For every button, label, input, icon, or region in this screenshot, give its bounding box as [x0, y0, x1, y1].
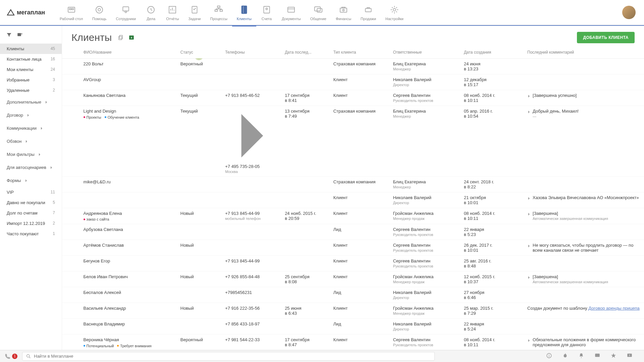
- table-row[interactable]: 220 Вольт Вероятный Страховая компания Б…: [62, 59, 644, 74]
- sidebar-group[interactable]: Коммуникации: [0, 122, 62, 135]
- sidebar-item[interactable]: Контактные лица16: [0, 54, 62, 64]
- nav-documents[interactable]: Документы: [277, 1, 306, 23]
- sidebar-label: Часто покупают: [7, 231, 39, 236]
- sidebar-item[interactable]: Давно не покупали5: [0, 197, 62, 208]
- table-row[interactable]: Каньянова Светлана Текущий +7 913 845-46…: [62, 90, 644, 106]
- filter-icon[interactable]: [6, 32, 12, 39]
- table-row[interactable]: Клиент Николаев ВалерийДиректор 21 октяб…: [62, 192, 644, 208]
- client-name: Вероника Чёрная: [84, 337, 175, 342]
- sidebar-item[interactable]: Долг по счетам7: [0, 208, 62, 218]
- bell-icon[interactable]: [578, 353, 584, 360]
- table-row[interactable]: Вероника ЧёрнаяПотенциальныйТребует вним…: [62, 335, 644, 350]
- nav-help[interactable]: Помощь: [88, 1, 111, 23]
- star-icon[interactable]: [610, 353, 616, 360]
- responsible-name: Гройсман Анжелика: [393, 306, 459, 311]
- sidebar-item[interactable]: Импорт 12.12.20192: [0, 218, 62, 229]
- nav-accounts[interactable]: Счета: [256, 1, 277, 23]
- processes-icon: [213, 4, 224, 15]
- sidebar-item[interactable]: VIP11: [0, 187, 62, 197]
- created-cell: 22 января в 5:24: [461, 319, 525, 335]
- table-row[interactable]: Артёмов Станислав Новый Клиент Сергеев В…: [62, 240, 644, 256]
- column-header[interactable]: Дата послед...: [282, 46, 331, 59]
- table-row[interactable]: Васнецов Владимир +7 856 433-18-97 Лид Н…: [62, 319, 644, 335]
- sidebar-group[interactable]: Для автосценариев: [0, 161, 62, 174]
- table-row[interactable]: mike@L&D.ru Страховая компания Блиц Екат…: [62, 176, 644, 192]
- phone-cell: [222, 74, 282, 90]
- phone-cell: [222, 176, 282, 192]
- excel-export-icon[interactable]: X: [128, 35, 135, 41]
- table-row[interactable]: Васильев Александр Новый +7 916 222-35-5…: [62, 303, 644, 319]
- sidebar-count: 7: [53, 210, 55, 216]
- nav-sales[interactable]: Продажи: [356, 1, 381, 23]
- table-row[interactable]: Арбузова Светлана Лид Сергеев ВалентинРу…: [62, 224, 644, 240]
- nav-label: Задачи: [189, 17, 201, 21]
- last-contact-cell: [282, 319, 331, 335]
- column-header[interactable]: ФИО/Название: [81, 46, 178, 59]
- last-contact-cell: [282, 287, 331, 303]
- sidebar-item[interactable]: Избранные3: [0, 75, 62, 85]
- reports-icon: [167, 4, 178, 15]
- table-row[interactable]: Бегунов Егор +7 913 845-44-99 Клиент Сер…: [62, 256, 644, 272]
- status-cell: Новый: [178, 240, 222, 256]
- table-row[interactable]: AVGroup Клиент Николаев ВалерийДиректор …: [62, 74, 644, 90]
- copy-icon[interactable]: [118, 35, 124, 41]
- nav-deals[interactable]: Дела: [141, 1, 161, 23]
- nav-label: Документы: [282, 17, 301, 21]
- client-name: Белов Иван Петрович: [84, 274, 175, 279]
- sidebar-group[interactable]: Дополнительные: [0, 96, 62, 109]
- column-header[interactable]: Дата создания: [461, 46, 525, 59]
- column-header[interactable]: Тип клиента: [331, 46, 390, 59]
- svg-rect-26: [119, 36, 122, 40]
- column-header[interactable]: Ответственные: [390, 46, 461, 59]
- sidebar-group[interactable]: Мои фильтры: [0, 148, 62, 161]
- nav-finance[interactable]: Финансы: [331, 1, 356, 23]
- search-input[interactable]: [34, 354, 431, 359]
- phone-indicator[interactable]: 1: [5, 353, 17, 359]
- comment-link[interactable]: Договор аренды прицепа: [588, 306, 639, 311]
- sidebar-group[interactable]: Обзвон: [0, 135, 62, 148]
- last-contact-cell: 17 сентября в 8:41: [282, 90, 331, 106]
- sidebar-label: Контактные лица: [7, 57, 42, 62]
- sidebar-item[interactable]: Удаленные2: [0, 85, 62, 96]
- column-header[interactable]: Статус: [178, 46, 222, 59]
- search-icon: [26, 354, 31, 359]
- table-row[interactable]: Light and DesignПроектыОбучение клиента …: [62, 106, 644, 177]
- column-header[interactable]: Телефоны: [222, 46, 282, 59]
- global-search[interactable]: [22, 352, 435, 361]
- nav-settings[interactable]: Настройки: [381, 1, 408, 23]
- sidebar-item[interactable]: Клиенты45: [0, 44, 62, 54]
- created-cell: 08 нояб. 2014 г. в 10:11: [461, 208, 525, 224]
- user-avatar[interactable]: [622, 6, 636, 19]
- nav-reports[interactable]: Отчёты: [161, 1, 183, 23]
- add-client-button[interactable]: ДОБАВИТЬ КЛИЕНТА: [577, 32, 635, 43]
- sidebar-group[interactable]: Договор: [0, 109, 62, 122]
- nav-label: Счета: [262, 17, 272, 21]
- column-header[interactable]: Последний комментарий: [525, 46, 644, 59]
- sidebar-group[interactable]: Формы: [0, 174, 62, 187]
- columns-config-icon[interactable]: [71, 50, 76, 55]
- nav-staff[interactable]: Сотрудники: [111, 1, 141, 23]
- page-title: Клиенты: [71, 32, 112, 43]
- table-row[interactable]: Андреянова Еленазаказ с сайта Новый +7 9…: [62, 208, 644, 224]
- sidebar-item[interactable]: Мои клиенты24: [0, 64, 62, 75]
- column-header[interactable]: [62, 46, 81, 59]
- nav-desktop[interactable]: Рабочий стол: [55, 1, 88, 23]
- table-row[interactable]: Беспалов Алексей +7985456231 Лид Николае…: [62, 287, 644, 303]
- sidebar-count: 24: [51, 67, 55, 72]
- flame-icon[interactable]: [562, 353, 568, 360]
- table-row[interactable]: Белов Иван Петрович Новый +7 926 855-84-…: [62, 272, 644, 287]
- phone-cell: [222, 59, 282, 74]
- nav-processes[interactable]: Процессы: [206, 1, 232, 23]
- nav-chat[interactable]: Общение: [306, 1, 331, 23]
- svg-point-3: [96, 6, 103, 13]
- feedback-icon[interactable]: [627, 353, 633, 360]
- nav-tasks[interactable]: Задачи: [184, 1, 206, 23]
- logo[interactable]: мегаплан: [7, 8, 45, 16]
- comment-text: [Завершена]: [533, 211, 558, 216]
- sidebar-item[interactable]: Часто покупают1: [0, 229, 62, 239]
- add-filter-icon[interactable]: [17, 32, 23, 39]
- nav-clients[interactable]: Клиенты: [232, 1, 256, 23]
- status-cell: Текущий: [178, 90, 222, 106]
- info-icon[interactable]: [546, 353, 552, 360]
- chat-icon[interactable]: [594, 353, 600, 360]
